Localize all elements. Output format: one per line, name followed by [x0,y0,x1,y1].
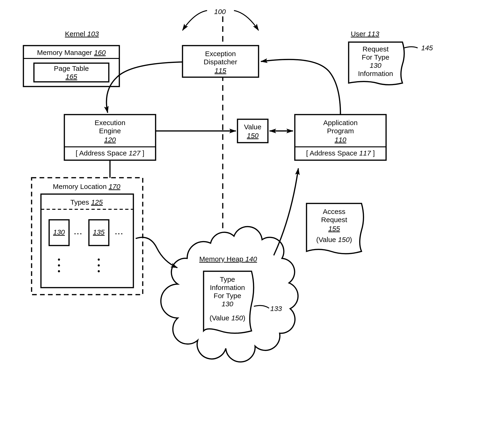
access-request-l2: Request [321,216,347,223]
types-box: Types 125 130 ··· 135 ··· [41,194,133,288]
memory-location-ref: 170 [108,183,120,190]
access-request-ref: 155 [328,225,340,232]
app-prog-l2: Program [327,127,354,135]
memory-heap-ref: 140 [245,255,257,263]
svg-point-26 [98,270,100,272]
application-program-box: Application Program 110 [ Address Space … [295,115,386,160]
types-item1: 130 [53,228,65,236]
svg-text:Kernel 103: Kernel 103 [65,30,99,38]
memory-heap-callout: 133 [270,305,282,312]
request-note-l1: Request [362,45,389,53]
memory-manager-box: Memory Manager 160 Page Table 165 [23,46,119,87]
execution-engine-box: Execution Engine 120 [ Address Space 127… [64,115,156,160]
svg-text:(Value 150): (Value 150) [210,314,246,322]
access-request-l1: Access [323,208,346,215]
exec-addr-ref: 127 [129,149,141,157]
request-note-callout: 145 [421,44,433,52]
svg-point-25 [98,264,100,267]
svg-text:Memory Location 170: Memory Location 170 [53,183,120,190]
request-note-l4: Information [358,70,393,77]
arrow-app-to-dispatcher [261,59,341,115]
svg-point-24 [98,258,100,261]
memory-manager-ref: 160 [94,49,106,56]
app-addr-label: [ Address Space [306,149,357,157]
value-box-ref: 150 [247,132,258,139]
svg-point-21 [58,258,60,261]
type-info-l2: Information [210,284,245,291]
ref-100-label: 100 [214,8,226,15]
svg-point-22 [58,264,60,267]
exec-addr-label: [ Address Space [76,149,126,157]
svg-text:(Value 150): (Value 150) [316,236,352,243]
execution-engine-ref: 120 [104,136,116,144]
page-table-label: Page Table [54,65,89,72]
user-ref: 113 [368,30,379,38]
user-label-text: User [351,30,366,38]
type-info-l3: For Type [214,292,241,300]
request-note-ref: 130 [370,61,381,69]
app-addr-close: ] [373,149,375,157]
memory-heap-label: Memory Heap [199,255,243,263]
exception-dispatcher-l1: Exception [205,50,236,58]
svg-text:Memory Heap 140: Memory Heap 140 [199,255,257,263]
execution-engine-l1: Execution [95,119,126,127]
figure-ref-100: 100 [182,8,258,30]
memory-location-label: Memory Location [53,183,107,190]
svg-text:[ Address Space 117 ]: [ Address Space 117 ] [306,149,375,157]
svg-text:Types  125: Types 125 [70,198,103,206]
app-prog-l1: Application [323,119,358,127]
page-table-ref: 165 [66,73,77,80]
types-ref: 125 [91,198,103,206]
type-info-l1: Type [220,276,235,283]
types-ellipsis-1: ··· [74,230,83,238]
arrow-types-to-heap [136,237,177,268]
value-box-label: Value [244,123,262,131]
types-item2: 135 [93,228,105,236]
memory-manager-label: Memory Manager [37,49,92,56]
request-note-l2: For Type [362,53,389,61]
value-box: Value 150 [238,119,268,143]
exec-addr-close: ] [142,149,144,157]
svg-text:Memory Manager 160: Memory Manager 160 [37,49,106,56]
exception-dispatcher-box: Exception Dispatcher 115 [182,46,258,77]
type-info-ref: 130 [222,300,233,308]
app-prog-ref: 110 [335,136,346,144]
exception-dispatcher-l2: Dispatcher [204,58,237,66]
kernel-ref: 103 [87,30,99,38]
user-label: User 113 [351,30,379,38]
access-request-note: Access Request 155 (Value 150) [306,203,364,254]
memory-location-box: Memory Location 170 Types 125 130 ··· 13… [32,178,143,295]
svg-point-23 [58,270,60,272]
svg-text:[ Address Space 127 ]: [ Address Space 127 ] [76,149,144,157]
types-ellipsis-2: ··· [115,230,124,238]
execution-engine-l2: Engine [99,127,121,135]
kernel-label-text: Kernel [65,30,85,38]
kernel-label: Kernel 103 [65,30,99,38]
exception-dispatcher-ref: 115 [215,67,226,74]
types-label: Types [70,198,89,206]
svg-text:User 113: User 113 [351,30,379,38]
request-note: Request For Type 130 Information 145 [349,42,433,85]
app-addr-ref: 117 [359,149,371,157]
